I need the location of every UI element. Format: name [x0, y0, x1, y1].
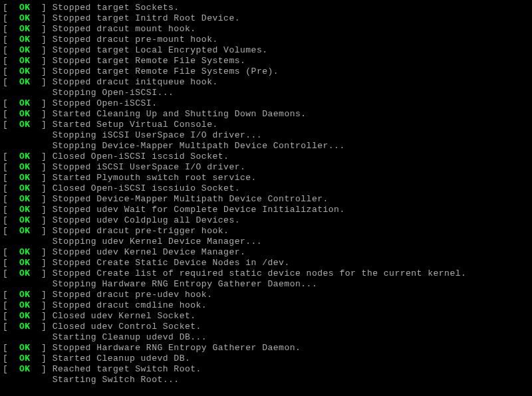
log-message: Closed udev Control Socket. — [53, 322, 201, 332]
status-ok: OK — [19, 215, 31, 225]
bracket-close: ] — [31, 45, 53, 55]
bracket-open: [ — [3, 194, 19, 204]
status-ok: OK — [19, 343, 31, 353]
status-ok: OK — [19, 353, 31, 363]
log-line: [ OK ] Stopped iSCSI UserSpace I/O drive… — [3, 162, 529, 173]
log-line: [ OK ] Stopped Create list of required s… — [3, 268, 529, 279]
log-line: [ OK ] Stopped Open-iSCSI. — [3, 98, 529, 109]
log-message: Started Setup Virtual Console. — [53, 120, 218, 130]
log-message: Stopped Hardware RNG Entropy Gatherer Da… — [53, 343, 301, 353]
log-indent — [3, 375, 53, 385]
log-indent — [3, 130, 53, 141]
log-line: [ OK ] Started Cleaning Up and Shutting … — [3, 109, 529, 120]
status-ok: OK — [19, 120, 31, 130]
status-ok: OK — [19, 258, 31, 268]
bracket-close: ] — [31, 109, 53, 119]
bracket-open: [ — [3, 151, 19, 161]
status-ok: OK — [19, 322, 31, 332]
log-message: Stopping udev Kernel Device Manager... — [53, 237, 262, 247]
bracket-close: ] — [31, 13, 53, 23]
log-line: [ OK ] Stopped target Remote File System… — [3, 56, 529, 66]
log-line: [ OK ] Stopped udev Coldplug all Devices… — [3, 215, 529, 226]
log-message: Closed udev Kernel Socket. — [53, 311, 196, 321]
bracket-open: [ — [3, 322, 19, 332]
status-ok: OK — [19, 66, 31, 76]
log-message: Closed Open-iSCSI iscsid Socket. — [53, 151, 229, 161]
log-message: Stopped target Local Encrypted Volumes. — [53, 45, 268, 55]
bracket-open: [ — [3, 77, 19, 87]
log-message: Stopped Create Static Device Nodes in /d… — [53, 258, 290, 268]
bracket-open: [ — [3, 215, 19, 225]
log-message: Started Cleanup udevd DB. — [53, 353, 191, 363]
bracket-open: [ — [3, 98, 19, 108]
log-indent — [3, 332, 53, 343]
bracket-open: [ — [3, 3, 19, 13]
log-line: [ OK ] Stopped Create Static Device Node… — [3, 258, 529, 268]
log-line: [ OK ] Stopped dracut cmdline hook. — [3, 300, 529, 311]
bracket-close: ] — [31, 268, 53, 278]
log-line: Stopping udev Kernel Device Manager... — [3, 237, 529, 247]
log-message: Stopping Open-iSCSI... — [53, 88, 174, 98]
log-line: [ OK ] Closed Open-iSCSI iscsiuio Socket… — [3, 183, 529, 194]
log-message: Stopped target Remote File Systems (Pre)… — [53, 66, 279, 76]
status-ok: OK — [19, 205, 31, 215]
log-message: Stopped target Initrd Root Device. — [53, 13, 240, 23]
status-ok: OK — [19, 109, 31, 119]
log-message: Starting Switch Root... — [53, 375, 180, 385]
bracket-open: [ — [3, 109, 19, 119]
bracket-open: [ — [3, 300, 19, 310]
log-line: [ OK ] Closed Open-iSCSI iscsid Socket. — [3, 151, 529, 162]
log-indent — [3, 88, 53, 98]
status-ok: OK — [19, 45, 31, 55]
status-ok: OK — [19, 162, 31, 172]
bracket-open: [ — [3, 13, 19, 23]
bracket-open: [ — [3, 226, 19, 236]
bracket-close: ] — [31, 151, 53, 161]
bracket-close: ] — [31, 162, 53, 172]
log-line: [ OK ] Reached target Switch Root. — [3, 364, 529, 375]
bracket-open: [ — [3, 311, 19, 321]
bracket-close: ] — [31, 311, 53, 321]
log-message: Stopped target Sockets. — [53, 3, 180, 13]
bracket-open: [ — [3, 66, 19, 76]
bracket-open: [ — [3, 56, 19, 66]
log-message: Stopping iSCSI UserSpace I/O driver... — [53, 130, 262, 140]
log-indent — [3, 237, 53, 247]
status-ok: OK — [19, 3, 31, 13]
bracket-close: ] — [31, 364, 53, 374]
bracket-close: ] — [31, 290, 53, 300]
bracket-close: ] — [31, 66, 53, 76]
bracket-open: [ — [3, 290, 19, 300]
bracket-open: [ — [3, 364, 19, 374]
log-message: Stopped dracut pre-mount hook. — [53, 35, 218, 45]
bracket-close: ] — [31, 120, 53, 130]
log-line: [ OK ] Stopped target Remote File System… — [3, 66, 529, 77]
log-message: Stopped iSCSI UserSpace I/O driver. — [53, 162, 246, 172]
bracket-close: ] — [31, 24, 53, 34]
status-ok: OK — [19, 183, 31, 193]
bracket-close: ] — [31, 194, 53, 204]
bracket-close: ] — [31, 343, 53, 353]
log-message: Starting Cleanup udevd DB... — [53, 332, 207, 342]
status-ok: OK — [19, 194, 31, 204]
bracket-open: [ — [3, 120, 19, 130]
log-line: Stopping iSCSI UserSpace I/O driver... — [3, 130, 529, 141]
bracket-open: [ — [3, 173, 19, 183]
log-line: Starting Cleanup udevd DB... — [3, 332, 529, 343]
log-message: Stopped Open-iSCSI. — [53, 98, 158, 108]
log-indent — [3, 279, 53, 290]
log-message: Stopped dracut initqueue hook. — [53, 77, 218, 87]
bracket-close: ] — [31, 56, 53, 66]
status-ok: OK — [19, 151, 31, 161]
bracket-close: ] — [31, 353, 53, 363]
log-line: [ OK ] Stopped dracut pre-trigger hook. — [3, 226, 529, 237]
bracket-open: [ — [3, 183, 19, 193]
log-message: Reached target Switch Root. — [53, 364, 201, 374]
bracket-close: ] — [31, 35, 53, 45]
status-ok: OK — [19, 268, 31, 278]
log-line: [ OK ] Stopped target Local Encrypted Vo… — [3, 45, 529, 56]
bracket-open: [ — [3, 268, 19, 278]
log-line: [ OK ] Started Cleanup udevd DB. — [3, 353, 529, 364]
log-message: Stopped udev Kernel Device Manager. — [53, 247, 246, 257]
status-ok: OK — [19, 24, 31, 34]
